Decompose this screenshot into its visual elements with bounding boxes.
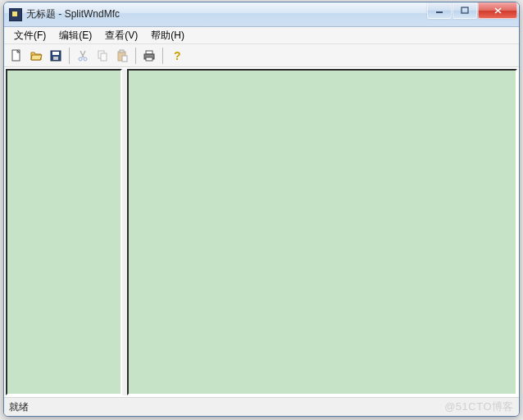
menu-bar: 文件(F) 编辑(E) 查看(V) 帮助(H) — [4, 27, 519, 44]
main-window: 无标题 - SplitWndMfc 文件(F) 编辑(E) 查看(V) 帮助(H… — [3, 2, 520, 417]
svg-point-7 — [84, 57, 87, 61]
paste-icon — [116, 49, 129, 62]
save-icon — [49, 49, 62, 62]
paste-button[interactable] — [113, 47, 131, 65]
cut-button[interactable] — [74, 47, 92, 65]
right-pane[interactable] — [129, 71, 516, 394]
close-icon — [493, 7, 503, 15]
toolbar: ? — [4, 44, 519, 67]
svg-text:?: ? — [174, 49, 181, 62]
app-icon — [9, 8, 22, 21]
minimize-button[interactable] — [427, 2, 452, 19]
svg-rect-9 — [101, 53, 107, 61]
title-bar[interactable]: 无标题 - SplitWndMfc — [4, 2, 519, 27]
toolbar-separator — [135, 48, 136, 64]
menu-view[interactable]: 查看(V) — [98, 27, 144, 44]
svg-rect-0 — [436, 11, 443, 13]
open-button[interactable] — [27, 47, 45, 65]
window-controls — [427, 2, 517, 19]
window-title: 无标题 - SplitWndMfc — [26, 7, 120, 21]
maximize-icon — [461, 7, 469, 15]
svg-rect-15 — [146, 57, 152, 61]
left-pane[interactable] — [7, 71, 121, 394]
right-pane-frame — [127, 69, 517, 395]
svg-rect-5 — [53, 57, 58, 60]
new-button[interactable] — [7, 47, 25, 65]
menu-edit[interactable]: 编辑(E) — [52, 27, 98, 44]
menu-help[interactable]: 帮助(H) — [144, 27, 191, 44]
new-file-icon — [10, 49, 23, 62]
print-icon — [143, 49, 156, 62]
menu-file[interactable]: 文件(F) — [7, 27, 52, 44]
toolbar-separator — [69, 48, 70, 64]
svg-rect-11 — [120, 50, 124, 52]
copy-button[interactable] — [93, 47, 111, 65]
close-button[interactable] — [478, 2, 517, 19]
open-file-icon — [30, 49, 43, 62]
help-icon: ? — [170, 49, 183, 62]
copy-icon — [96, 49, 109, 62]
left-pane-frame — [6, 69, 122, 395]
watermark-text: @51CTO博客 — [444, 399, 514, 414]
toolbar-separator — [162, 48, 163, 64]
save-button[interactable] — [47, 47, 65, 65]
svg-rect-4 — [52, 52, 59, 55]
status-text: 就绪 — [9, 400, 444, 414]
help-button[interactable]: ? — [167, 47, 185, 65]
svg-point-6 — [79, 57, 82, 61]
minimize-icon — [435, 7, 443, 15]
client-area — [4, 67, 519, 397]
svg-rect-1 — [462, 7, 468, 13]
svg-rect-13 — [146, 51, 152, 54]
cut-icon — [76, 49, 89, 62]
maximize-button[interactable] — [453, 2, 477, 19]
print-button[interactable] — [140, 47, 158, 65]
status-bar: 就绪 @51CTO博客 — [4, 397, 519, 416]
svg-rect-12 — [122, 56, 127, 62]
